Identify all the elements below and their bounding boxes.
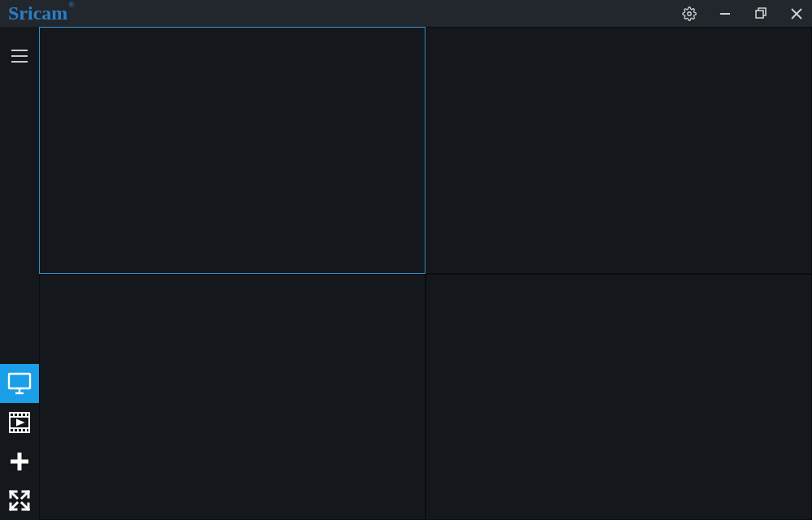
video-cell-1[interactable] — [425, 27, 812, 274]
sidebar-bottom — [0, 364, 39, 520]
svg-marker-22 — [17, 420, 23, 425]
gear-icon — [682, 6, 697, 21]
main-area — [0, 27, 812, 520]
fullscreen-button[interactable] — [0, 481, 39, 520]
logo-text: Sricam — [8, 2, 67, 24]
video-cell-2[interactable] — [39, 274, 425, 521]
restore-icon — [755, 7, 767, 20]
minimize-button[interactable] — [716, 5, 734, 23]
video-cell-3[interactable] — [425, 274, 812, 521]
expand-icon — [8, 489, 31, 512]
close-button[interactable] — [788, 5, 806, 23]
minimize-icon — [719, 8, 731, 20]
playback-button[interactable] — [0, 403, 39, 442]
plus-icon — [8, 450, 31, 473]
svg-point-0 — [688, 11, 692, 15]
svg-rect-8 — [9, 374, 30, 388]
menu-button[interactable] — [0, 37, 39, 76]
maximize-button[interactable] — [752, 5, 770, 23]
svg-rect-2 — [756, 11, 763, 18]
video-grid — [39, 27, 812, 520]
film-play-icon — [8, 411, 31, 434]
monitor-icon — [7, 372, 32, 395]
window-controls — [680, 5, 806, 23]
video-cell-0[interactable] — [39, 27, 425, 274]
app-logo: Sricam ® — [8, 2, 67, 24]
logo-trademark: ® — [69, 1, 75, 9]
close-icon — [791, 8, 802, 20]
sidebar-top — [0, 27, 39, 76]
settings-button[interactable] — [680, 5, 698, 23]
add-button[interactable] — [0, 442, 39, 481]
liveview-button[interactable] — [0, 364, 39, 403]
hamburger-icon — [11, 49, 28, 63]
sidebar — [0, 27, 39, 520]
titlebar: Sricam ® — [0, 0, 812, 27]
